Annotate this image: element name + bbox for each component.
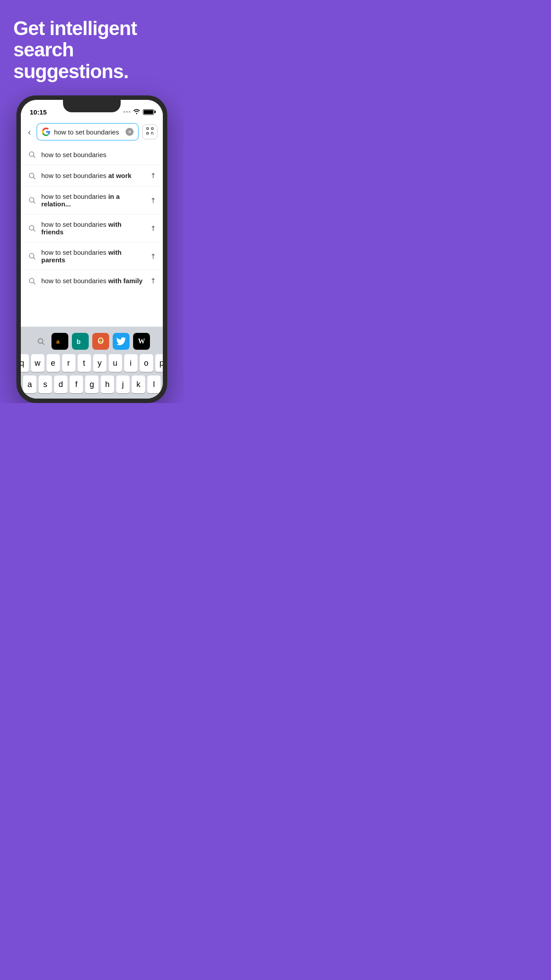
svg-line-16 bbox=[33, 258, 35, 260]
search-query-text: how to set boundaries bbox=[54, 128, 122, 136]
key-k[interactable]: k bbox=[132, 375, 145, 393]
wifi-icon bbox=[133, 108, 141, 116]
key-l[interactable]: l bbox=[147, 375, 161, 393]
key-u[interactable]: u bbox=[109, 354, 122, 372]
svg-point-25 bbox=[99, 340, 100, 340]
keyboard-wikipedia-app[interactable]: W bbox=[133, 333, 150, 350]
search-icon bbox=[28, 172, 36, 180]
keyboard-bing-app[interactable]: b bbox=[72, 333, 89, 350]
key-s[interactable]: s bbox=[39, 375, 52, 393]
arrow-icon: ↗ bbox=[148, 223, 158, 233]
suggestion-item[interactable]: how to set boundaries with parents ↗ bbox=[21, 242, 163, 270]
svg-line-10 bbox=[33, 177, 35, 179]
key-q[interactable]: q bbox=[21, 354, 29, 372]
phone-wrapper: 10:15 bbox=[0, 95, 184, 403]
svg-line-8 bbox=[33, 156, 35, 158]
battery-icon bbox=[143, 109, 154, 115]
keyboard-row-2: a s d f g h j k l bbox=[21, 374, 163, 395]
svg-point-17 bbox=[29, 278, 34, 283]
key-i[interactable]: i bbox=[124, 354, 138, 372]
suggestion-item[interactable]: how to set boundaries bbox=[21, 144, 163, 165]
svg-point-13 bbox=[29, 225, 34, 230]
suggestion-text: how to set boundaries at work bbox=[41, 172, 145, 179]
suggestion-item[interactable]: how to set boundaries at work ↗ bbox=[21, 165, 163, 186]
status-time: 10:15 bbox=[30, 108, 47, 116]
phone-inner: 10:15 bbox=[21, 100, 163, 399]
key-d[interactable]: d bbox=[54, 375, 67, 393]
signal-icon bbox=[123, 111, 130, 113]
hero-section: Get intelligent search suggestions. bbox=[0, 0, 184, 95]
svg-point-11 bbox=[29, 198, 34, 202]
svg-point-7 bbox=[29, 152, 34, 157]
keyboard-row-1: q w e r t y u i o p bbox=[21, 352, 163, 374]
svg-point-19 bbox=[38, 339, 43, 344]
svg-line-20 bbox=[42, 343, 44, 345]
search-icon bbox=[28, 150, 36, 158]
keyboard-search-icon[interactable] bbox=[34, 334, 48, 348]
key-f[interactable]: f bbox=[70, 375, 83, 393]
key-w[interactable]: w bbox=[31, 354, 44, 372]
key-r[interactable]: r bbox=[62, 354, 75, 372]
search-icon bbox=[28, 196, 36, 204]
search-icon bbox=[28, 277, 36, 285]
suggestion-text: how to set boundaries with friends bbox=[41, 221, 145, 236]
keyboard-bottom-padding bbox=[21, 395, 163, 399]
key-p[interactable]: p bbox=[155, 354, 163, 372]
svg-text:b: b bbox=[77, 338, 81, 345]
svg-line-14 bbox=[33, 230, 35, 232]
suggestion-item[interactable]: how to set boundaries in a relation... ↗ bbox=[21, 186, 163, 214]
svg-line-18 bbox=[33, 282, 35, 284]
key-g[interactable]: g bbox=[85, 375, 98, 393]
keyboard-duckduckgo-app[interactable] bbox=[92, 333, 109, 350]
keyboard-amazon-app[interactable]: a bbox=[51, 333, 68, 350]
address-bar[interactable]: how to set boundaries ✕ bbox=[36, 123, 139, 141]
key-y[interactable]: y bbox=[93, 354, 106, 372]
suggestion-item[interactable]: how to set boundaries with friends ↗ bbox=[21, 214, 163, 242]
svg-text:a: a bbox=[56, 338, 60, 345]
hero-title: Get intelligent search suggestions. bbox=[13, 18, 170, 82]
suggestions-list: how to set boundaries how to set boundar… bbox=[21, 144, 163, 291]
suggestion-text: how to set boundaries with parents bbox=[41, 249, 145, 264]
arrow-icon: ↗ bbox=[148, 170, 158, 181]
svg-rect-2 bbox=[147, 133, 149, 134]
search-icon bbox=[28, 224, 36, 232]
svg-point-27 bbox=[99, 341, 102, 344]
svg-line-12 bbox=[33, 202, 35, 204]
clear-search-button[interactable]: ✕ bbox=[126, 128, 134, 136]
google-logo-icon bbox=[42, 127, 51, 136]
svg-point-15 bbox=[29, 253, 34, 258]
arrow-icon: ↗ bbox=[148, 195, 158, 205]
svg-point-9 bbox=[29, 173, 34, 178]
address-bar-row: ‹ how to set boundaries ✕ bbox=[21, 119, 163, 144]
keyboard-shortcuts-row: a b bbox=[21, 330, 163, 352]
suggestion-text: how to set boundaries in a relation... bbox=[41, 193, 145, 208]
key-h[interactable]: h bbox=[101, 375, 114, 393]
keyboard-area: a b bbox=[21, 327, 163, 399]
scan-button[interactable] bbox=[142, 124, 157, 139]
key-e[interactable]: e bbox=[47, 354, 60, 372]
content-area bbox=[21, 291, 163, 327]
key-a[interactable]: a bbox=[23, 375, 36, 393]
arrow-icon: ↗ bbox=[148, 276, 158, 286]
arrow-icon: ↗ bbox=[148, 251, 158, 261]
key-j[interactable]: j bbox=[116, 375, 130, 393]
suggestion-text: how to set boundaries bbox=[41, 151, 156, 158]
key-o[interactable]: o bbox=[140, 354, 153, 372]
key-t[interactable]: t bbox=[78, 354, 91, 372]
search-icon bbox=[28, 252, 36, 260]
status-icons bbox=[123, 108, 154, 116]
suggestion-text: how to set boundaries with family bbox=[41, 277, 145, 285]
suggestion-item[interactable]: how to set boundaries with family ↗ bbox=[21, 270, 163, 291]
svg-point-26 bbox=[101, 340, 102, 340]
svg-rect-0 bbox=[147, 128, 149, 130]
svg-rect-1 bbox=[151, 128, 153, 130]
phone-frame: 10:15 bbox=[16, 95, 167, 403]
phone-notch bbox=[63, 100, 121, 112]
back-button[interactable]: ‹ bbox=[26, 125, 33, 139]
keyboard-twitter-app[interactable] bbox=[113, 333, 130, 350]
